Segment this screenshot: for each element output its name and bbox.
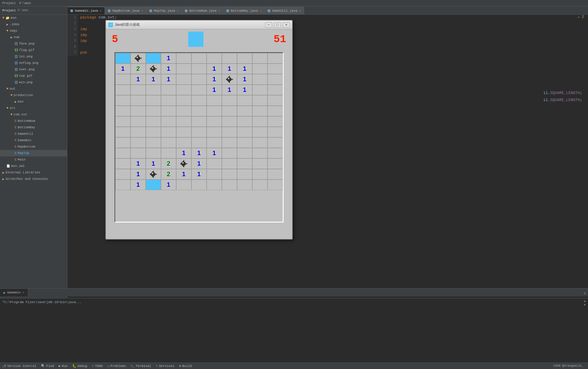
grid-cell[interactable] — [131, 85, 146, 95]
grid-cell[interactable] — [252, 137, 268, 148]
grid-cell[interactable] — [252, 64, 268, 74]
grid-cell[interactable] — [252, 95, 268, 106]
tab-gameutil[interactable]: GameUtil.java ✕ — [265, 7, 304, 14]
grid-cell[interactable]: 1 — [176, 148, 191, 158]
grid-cell[interactable] — [252, 158, 268, 169]
grid-cell[interactable] — [222, 137, 237, 148]
grid-cell[interactable] — [207, 169, 222, 180]
grid-cell[interactable]: 1 — [131, 74, 146, 85]
grid-cell[interactable]: 1 — [237, 64, 252, 74]
grid-cell[interactable] — [176, 53, 191, 64]
grid-cell[interactable] — [252, 85, 268, 95]
grid-cell[interactable] — [131, 106, 146, 116]
grid-cell[interactable] — [176, 116, 191, 127]
grid-cell[interactable] — [191, 116, 207, 127]
grid-cell[interactable] — [222, 180, 237, 190]
grid-cell[interactable] — [115, 137, 131, 148]
grid-cell[interactable] — [207, 116, 222, 127]
status-debug[interactable]: 🐛 Debug — [72, 364, 87, 368]
grid-cell[interactable] — [222, 127, 237, 137]
grid-cell[interactable] — [176, 74, 191, 85]
grid-cell[interactable] — [252, 180, 268, 190]
grid-cell[interactable] — [268, 158, 283, 169]
grid-cell[interactable] — [176, 158, 191, 169]
grid-cell[interactable] — [146, 85, 161, 95]
grid-cell[interactable] — [191, 137, 207, 148]
grid-cell[interactable]: 1 — [161, 180, 176, 190]
grid-cell[interactable] — [146, 116, 161, 127]
grid-cell[interactable] — [268, 137, 283, 148]
sidebar-item-lei[interactable]: 🖼 lei.png — [0, 53, 67, 60]
grid-cell[interactable]: 1 — [176, 169, 191, 180]
tab-close-gameutil[interactable]: ✕ — [299, 9, 301, 13]
tab-close-bottomnum[interactable]: ✕ — [218, 9, 220, 13]
grid-cell[interactable] — [268, 74, 283, 85]
grid-cell[interactable]: 1 — [222, 64, 237, 74]
grid-cell[interactable] — [222, 106, 237, 116]
sidebar-item-comsxt[interactable]: ▼ com.sxt — [0, 111, 67, 118]
sidebar-item-face[interactable]: 🖼 face.png — [0, 40, 67, 47]
grid-cell[interactable] — [161, 116, 176, 127]
mine-grid[interactable]: 112 11111111 1111111112 11 — [114, 52, 284, 223]
scroll-down-btn[interactable]: ▼ — [584, 303, 586, 307]
sidebar-item-msn-inner[interactable]: ▶ msn — [0, 98, 67, 105]
grid-cell[interactable] — [161, 137, 176, 148]
grid-cell[interactable] — [268, 116, 283, 127]
grid-cell[interactable]: 1 — [161, 53, 176, 64]
sidebar-item-main-tree[interactable]: C Main — [0, 156, 67, 163]
status-terminal[interactable]: >_ Terminal — [131, 364, 151, 368]
grid-cell[interactable] — [131, 116, 146, 127]
grid-cell[interactable] — [207, 127, 222, 137]
grid-cell[interactable] — [191, 180, 207, 190]
sidebar-item-bottomnum[interactable]: C BottomNum — [0, 118, 67, 124]
sidebar-item-bottomray[interactable]: C BottomRay — [0, 124, 67, 131]
tab-gamewin[interactable]: GameWin.java ✕ — [67, 7, 105, 14]
grid-cell[interactable] — [222, 158, 237, 169]
grid-cell[interactable] — [115, 169, 131, 180]
grid-cell[interactable] — [191, 74, 207, 85]
grid-cell[interactable]: 1 — [191, 148, 207, 158]
grid-cell[interactable] — [146, 53, 161, 64]
dialog-maximize-btn[interactable]: □ — [274, 22, 281, 28]
sidebar-item-mapbottom-tree[interactable]: C MapBottom — [0, 144, 67, 150]
grid-cell[interactable] — [268, 106, 283, 116]
grid-cell[interactable] — [176, 85, 191, 95]
grid-cell[interactable]: 1 — [146, 158, 161, 169]
grid-cell[interactable] — [191, 95, 207, 106]
grid-cell[interactable] — [176, 127, 191, 137]
grid-cell[interactable] — [161, 95, 176, 106]
grid-cell[interactable] — [237, 106, 252, 116]
grid-cell[interactable] — [191, 85, 207, 95]
grid-cell[interactable] — [207, 53, 222, 64]
tab-close-mapbottom[interactable]: ✕ — [141, 9, 143, 13]
grid-cell[interactable] — [146, 106, 161, 116]
grid-cell[interactable]: 1 — [207, 148, 222, 158]
grid-cell[interactable] — [131, 137, 146, 148]
grid-cell[interactable] — [207, 158, 222, 169]
grid-cell[interactable] — [237, 137, 252, 148]
grid-cell[interactable] — [222, 148, 237, 158]
sidebar-item-out[interactable]: ▼ out — [0, 86, 67, 92]
grid-cell[interactable] — [222, 95, 237, 106]
grid-cell[interactable] — [146, 127, 161, 137]
grid-cell[interactable]: 2 — [131, 64, 146, 74]
grid-cell[interactable] — [131, 127, 146, 137]
tab-close-maptop[interactable]: ✕ — [177, 9, 179, 13]
grid-cell[interactable]: 1 — [191, 158, 207, 169]
grid-cell[interactable] — [237, 116, 252, 127]
sidebar-item-idea[interactable]: ▶ .idea — [0, 21, 67, 28]
sidebar-item-scratches[interactable]: ▶ Scratches and Consoles — [0, 176, 67, 182]
grid-cell[interactable] — [237, 127, 252, 137]
grid-cell[interactable] — [146, 64, 161, 74]
grid-cell[interactable]: 1 — [146, 74, 161, 85]
grid-cell[interactable] — [252, 116, 268, 127]
grid-cell[interactable] — [252, 169, 268, 180]
grid-cell[interactable] — [115, 74, 131, 85]
grid-cell[interactable] — [176, 95, 191, 106]
sidebar-item-win[interactable]: 🖼 win.png — [0, 79, 67, 86]
grid-cell[interactable] — [115, 106, 131, 116]
dialog-close-btn[interactable]: ✕ — [283, 22, 290, 28]
tab-close-bottomray[interactable]: ✕ — [260, 9, 261, 13]
run-tab[interactable]: ▶ GameWin ✕ — [0, 289, 28, 296]
grid-cell[interactable] — [115, 148, 131, 158]
